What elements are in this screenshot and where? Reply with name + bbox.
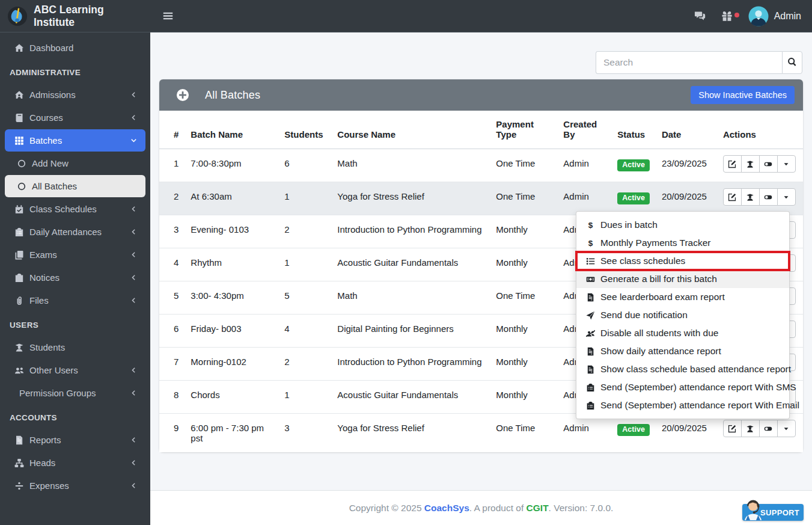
sidebar-item-class-schedules[interactable]: Class Schedules	[5, 198, 145, 220]
sidebar-item-reports[interactable]: Reports	[5, 429, 145, 451]
dropdown-item-monthly-payments-tracker[interactable]: $Monthly Payments Tracker	[576, 234, 789, 252]
cell-status: Active	[611, 182, 656, 215]
column-header-actions: Actions	[717, 111, 803, 149]
batch-students-button[interactable]	[741, 155, 760, 173]
sidebar-item-batches[interactable]: Batches	[5, 129, 145, 152]
more-actions-dropdown-button[interactable]	[777, 155, 796, 173]
toggle-batch-status-button[interactable]	[759, 420, 778, 437]
column-header-date: Date	[656, 111, 717, 149]
sidebar-item-dashboard[interactable]: Dashboard	[5, 37, 145, 59]
cell-batch-name: Friday- b003	[185, 315, 278, 348]
search-button[interactable]	[782, 51, 802, 74]
cell-created-by: Admin	[557, 414, 611, 453]
paperclip-icon	[14, 296, 29, 305]
sidebar-item-all-batches[interactable]: All Batches	[5, 175, 145, 197]
cell-students: 5	[278, 281, 331, 315]
notification-dot	[734, 13, 739, 17]
cell-students: 2	[278, 348, 331, 381]
dropdown-item-send-september-attendance-report-with-sms[interactable]: Send (September) attendance report With …	[576, 378, 789, 396]
file-invoice-icon	[585, 293, 596, 302]
cell-students: 1	[278, 182, 331, 215]
edit-batch-button[interactable]	[723, 420, 742, 437]
search-input[interactable]	[596, 51, 782, 74]
cell-students: 2	[278, 215, 331, 248]
dollar-icon: $	[585, 221, 596, 230]
sidebar-item-daily-attendances[interactable]: Daily Attendances	[5, 221, 145, 243]
more-actions-dropdown-button[interactable]	[777, 188, 796, 206]
cell-batch-name: 6:00 pm - 7:30 pm pst	[185, 414, 278, 453]
card-title: All Batches	[205, 89, 260, 102]
cell-number: 2	[159, 182, 185, 215]
edit-batch-button[interactable]	[723, 155, 742, 173]
search-row	[159, 51, 802, 74]
toggle-batch-status-button[interactable]	[759, 188, 778, 206]
dropdown-item-send-september-attendance-report-with-email[interactable]: Send (September) attendance report With …	[576, 396, 789, 414]
list-icon	[585, 257, 596, 266]
gift-icon	[721, 10, 733, 22]
sidebar-item-expenses[interactable]: Expenses	[5, 474, 145, 497]
file-invoice-icon	[585, 347, 596, 356]
sidebar-item-exams[interactable]: Exams	[5, 244, 145, 266]
sidebar-item-files[interactable]: Files	[5, 289, 145, 312]
more-actions-dropdown-button[interactable]	[777, 420, 796, 437]
sidebar-item-students[interactable]: Students	[5, 336, 145, 358]
batch-students-button[interactable]	[741, 188, 760, 206]
edit-batch-button[interactable]	[723, 188, 742, 206]
show-inactive-batches-button[interactable]: Show Inactive Batches	[691, 86, 795, 104]
cell-payment-type: Monthly	[490, 348, 557, 381]
cell-batch-name: 3:00- 4:30pm	[185, 281, 278, 315]
row-actions	[723, 155, 796, 173]
sidebar-item-permission-groups[interactable]: Permission Groups	[5, 382, 145, 404]
dropdown-item-generate-a-bill-for-this-batch[interactable]: Generate a bill for this batch	[576, 270, 789, 288]
chevron-left-icon	[130, 437, 137, 443]
toggle-batch-status-button[interactable]	[759, 155, 778, 173]
support-widget[interactable]: SUPPORT	[742, 504, 804, 521]
sidebar-item-label: Files	[29, 295, 130, 305]
sidebar-item-label: Expenses	[29, 480, 130, 491]
sidebar-item-label: Admissions	[29, 90, 130, 100]
dollar-icon: $	[585, 239, 596, 248]
cell-batch-name: 7:00-8:30pm	[185, 149, 278, 182]
sidebar-item-label: Daily Attendances	[29, 227, 130, 237]
rewards-button[interactable]	[721, 10, 733, 22]
dropdown-item-show-daily-attendance-report[interactable]: Show daily attendance report	[576, 342, 789, 360]
cell-payment-type: Monthly	[490, 215, 557, 248]
dropdown-item-send-due-notification[interactable]: Send due notification	[576, 306, 789, 324]
cell-course-name: Digital Painting for Beginners	[331, 315, 490, 348]
coachsys-link[interactable]: CoachSys	[424, 503, 469, 513]
column-header-batch-name: Batch Name	[185, 111, 278, 149]
cell-payment-type: Monthly	[490, 381, 557, 414]
top-navbar: Admin	[150, 0, 812, 32]
dropdown-item-label: Show daily attendance report	[600, 346, 721, 357]
dropdown-item-dues-in-batch[interactable]: $Dues in batch	[576, 216, 789, 234]
dropdown-item-see-class-schedules[interactable]: See class schedules	[576, 252, 789, 270]
add-batch-icon[interactable]	[176, 88, 189, 102]
money-bill-icon	[585, 275, 596, 284]
cell-course-name: Yoga for Stress Relief	[331, 182, 490, 215]
messages-icon[interactable]	[694, 10, 706, 22]
sidebar-item-label: Notices	[29, 272, 130, 283]
footer: Copyright © 2025 CoachSys. A product of …	[150, 490, 812, 525]
menu-toggle-icon[interactable]	[162, 10, 174, 22]
dropdown-item-show-class-schedule-based-attendance-report[interactable]: Show class schedule based attendance rep…	[576, 360, 789, 378]
sidebar-item-add-new[interactable]: Add New	[5, 152, 145, 174]
sidebar-item-heads[interactable]: Heads	[5, 452, 145, 474]
sitemap-icon	[14, 458, 29, 468]
user-menu[interactable]: Admin	[748, 6, 801, 26]
table-row-batch-2: 2At 6:30am1Yoga for Stress ReliefOne Tim…	[159, 182, 803, 215]
dropdown-item-see-learderboard-exam-report[interactable]: See learderboard exam report	[576, 288, 789, 306]
sidebar-item-label: Add New	[32, 158, 137, 168]
sidebar-item-other-users[interactable]: Other Users	[5, 359, 145, 381]
chevron-down-icon	[130, 137, 137, 144]
cgit-link[interactable]: CGIT	[527, 503, 549, 513]
circle-icon	[17, 159, 32, 168]
sidebar-item-notices[interactable]: Notices	[5, 266, 145, 289]
table-row-batch-9: 96:00 pm - 7:30 pm pst3Yoga for Stress R…	[159, 414, 803, 453]
user-name: Admin	[774, 11, 801, 22]
brand[interactable]: ABC Learning Institute	[0, 0, 150, 32]
sidebar-item-admissions[interactable]: Admissions	[5, 84, 145, 106]
dropdown-item-disable-all-students-with-due[interactable]: Disable all students with due	[576, 324, 789, 342]
sidebar-item-courses[interactable]: Courses	[5, 106, 145, 129]
chevron-left-icon	[130, 91, 137, 98]
batch-students-button[interactable]	[741, 420, 760, 437]
